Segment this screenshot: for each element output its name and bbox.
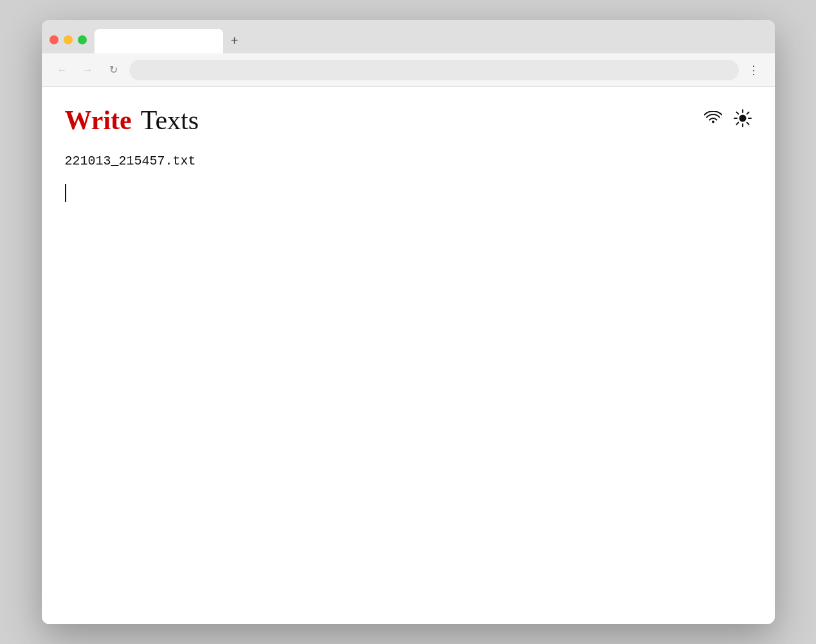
app-header: Write Texts <box>42 87 775 148</box>
browser-menu-button[interactable]: ⋮ <box>744 60 765 80</box>
text-cursor <box>65 184 66 202</box>
minimize-button[interactable] <box>64 35 73 44</box>
active-tab[interactable] <box>95 29 223 53</box>
brightness-icon[interactable] <box>734 109 752 132</box>
file-name: 221013_215457.txt <box>42 148 775 179</box>
svg-line-5 <box>736 112 738 114</box>
app-content: Write Texts <box>42 87 775 624</box>
svg-point-0 <box>739 114 746 121</box>
address-bar[interactable] <box>129 60 739 80</box>
address-input[interactable] <box>138 65 730 75</box>
nav-bar: ← → ↻ ⋮ <box>42 53 775 87</box>
app-title-area: Write Texts <box>65 105 199 136</box>
editor-area[interactable] <box>42 179 775 624</box>
maximize-button[interactable] <box>78 35 87 44</box>
traffic-lights <box>50 35 95 53</box>
svg-line-8 <box>736 122 738 124</box>
app-title-texts: Texts <box>141 105 199 136</box>
close-button[interactable] <box>50 35 59 44</box>
forward-button[interactable]: → <box>78 60 98 80</box>
svg-line-7 <box>747 112 748 114</box>
wifi-icon[interactable] <box>704 111 722 129</box>
tab-bar: + <box>42 20 775 53</box>
svg-line-6 <box>747 122 748 124</box>
new-tab-button[interactable]: + <box>223 30 246 53</box>
browser-window: + ← → ↻ ⋮ Write Texts <box>42 20 775 624</box>
app-title-write: Write <box>65 105 132 136</box>
app-header-icons <box>704 109 752 132</box>
back-button[interactable]: ← <box>52 60 73 80</box>
reload-button[interactable]: ↻ <box>104 60 124 80</box>
